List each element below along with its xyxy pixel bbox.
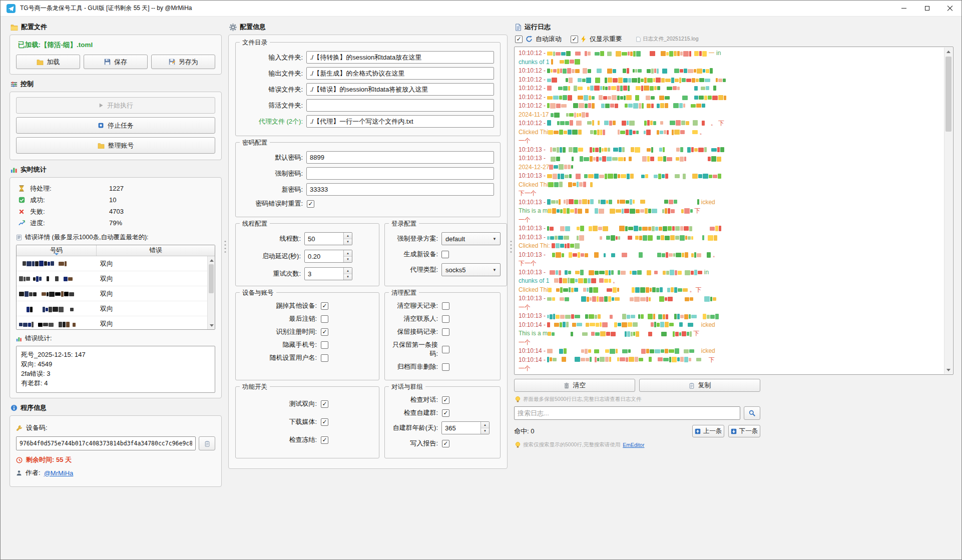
folder-icon — [37, 59, 44, 65]
checkbox[interactable] — [321, 315, 328, 323]
scroll-up-icon[interactable] — [208, 256, 215, 264]
column-header-error[interactable]: 错误 — [97, 245, 215, 256]
log-line: 10:10:12 - 。 下 — [519, 119, 941, 128]
thread-count-spinbox[interactable]: 50 ▲▼ — [304, 232, 352, 245]
scrollbar-thumb[interactable] — [945, 57, 951, 132]
checkbox[interactable] — [321, 302, 328, 310]
clear-log-button[interactable]: 清空 — [514, 379, 635, 392]
minimize-button[interactable] — [892, 1, 915, 16]
autoscroll-checkbox[interactable] — [515, 36, 523, 43]
checkbox[interactable] — [321, 418, 328, 426]
scroll-down-icon[interactable] — [208, 321, 215, 329]
login-scheme-select[interactable]: default ▼ — [441, 232, 501, 245]
config-info-box: 文件目录 输入文件夹:输出文件夹:错误文件夹:筛活文件夹:代理文件 (2个): … — [228, 35, 508, 469]
checkbox[interactable] — [442, 409, 449, 417]
new-device-checkbox[interactable] — [441, 251, 449, 258]
checkbox[interactable] — [321, 341, 328, 349]
text-input[interactable] — [306, 99, 494, 112]
table-scrollbar[interactable] — [207, 256, 215, 329]
search-button[interactable] — [744, 406, 760, 420]
spin-down-icon[interactable]: ▼ — [344, 274, 352, 280]
scroll-up-icon[interactable] — [944, 48, 952, 56]
spin-down-icon[interactable]: ▼ — [344, 239, 352, 245]
device-code-input[interactable] — [16, 436, 196, 450]
text-input[interactable] — [306, 151, 494, 164]
copy-log-button[interactable]: 复制 — [639, 379, 760, 392]
text-input[interactable] — [306, 167, 494, 180]
text-input[interactable] — [306, 83, 494, 96]
checkbox[interactable] — [442, 315, 449, 323]
prev-match-button[interactable]: 上一条 — [692, 425, 724, 437]
redacted-text — [547, 95, 726, 101]
error-detail-label: 错误详情 (最多显示1000条,自动覆盖最老的): — [16, 233, 215, 242]
log-scrollbar[interactable] — [944, 48, 952, 374]
error-table-body: 双向双向双向双向双向双向 — [17, 256, 207, 329]
control-header: 控制 — [11, 80, 221, 89]
start-button[interactable]: 开始执行 — [16, 97, 215, 114]
stop-button[interactable]: 停止任务 — [16, 117, 215, 134]
text-input[interactable] — [306, 51, 494, 64]
trend-icon — [17, 220, 26, 226]
checkbox[interactable] — [442, 302, 449, 310]
reset-on-error-checkbox[interactable] — [307, 200, 314, 208]
save-button[interactable]: 保存 — [84, 55, 148, 69]
emeditor-link[interactable]: EmEditor — [623, 442, 644, 448]
checkbox[interactable] — [321, 354, 328, 362]
important-only-checkbox[interactable] — [571, 36, 578, 43]
proxy-type-select[interactable]: socks5 ▼ — [441, 263, 501, 276]
scroll-down-icon[interactable] — [944, 366, 952, 374]
close-button[interactable] — [938, 1, 961, 16]
text-input[interactable] — [306, 183, 494, 196]
column-header-number[interactable]: 号码 — [17, 245, 97, 256]
copy-device-code-button[interactable] — [199, 436, 215, 450]
spin-down-icon[interactable]: ▼ — [344, 257, 352, 263]
table-row[interactable]: 双向 — [17, 286, 207, 301]
start-delay-spinbox[interactable]: 0.20 ▲▼ — [304, 250, 352, 263]
save-as-button[interactable]: 另存为 — [151, 55, 215, 69]
spin-up-icon[interactable]: ▲ — [344, 250, 352, 257]
checkbox-row: 测试双向: — [242, 399, 373, 408]
text-input[interactable] — [306, 67, 494, 80]
table-row[interactable]: 双向 — [17, 256, 207, 271]
log-search-input[interactable] — [514, 406, 740, 420]
checkbox[interactable] — [321, 400, 328, 408]
retry-count-spinbox[interactable]: 3 ▲▼ — [304, 267, 352, 280]
checkbox[interactable] — [321, 436, 328, 444]
fail-value: 4703 — [109, 208, 124, 215]
redacted-text — [547, 226, 721, 231]
write-report-checkbox[interactable] — [442, 440, 449, 447]
table-row[interactable]: 双向 — [17, 271, 207, 286]
error-table: 号码 错误 双向双向双向双向双向双向 — [16, 245, 215, 330]
error-table-header[interactable]: 号码 错误 — [17, 245, 215, 256]
spin-up-icon[interactable]: ▲ — [344, 268, 352, 274]
checkbox[interactable] — [442, 363, 449, 371]
spin-up-icon[interactable]: ▲ — [344, 233, 352, 239]
column-splitter[interactable] — [222, 20, 228, 560]
checkbox[interactable] — [321, 328, 328, 336]
program-info-header: 程序信息 — [11, 403, 221, 412]
load-button[interactable]: 加载 — [16, 55, 80, 69]
hourglass-icon — [17, 185, 26, 192]
field-label: 错误文件夹: — [242, 85, 303, 94]
scrollbar-thumb[interactable] — [209, 264, 214, 293]
author-link[interactable]: @MrMiHa — [44, 469, 74, 477]
logfile-link[interactable]: 日志文件_20251215.log — [636, 36, 699, 43]
table-row[interactable]: 双向 — [17, 316, 207, 329]
column-splitter[interactable] — [508, 20, 514, 560]
feature-checks: 测试双向:下载媒体:检查冻结: — [242, 395, 373, 444]
spin-up-icon[interactable]: ▲ — [481, 422, 489, 428]
checkbox[interactable] — [442, 346, 449, 353]
next-match-button[interactable]: 下一条 — [728, 425, 760, 437]
group-age-row: 自建群年龄(天): 365 ▲▼ — [391, 421, 494, 434]
maximize-button[interactable] — [915, 1, 938, 16]
group-age-spinbox[interactable]: 365 ▲▼ — [441, 421, 490, 434]
checkbox[interactable] — [442, 396, 449, 404]
log-area[interactable]: 10:10:12 - 一 inchunks of 1 10:10:12 - 10… — [514, 47, 953, 375]
text-input[interactable] — [306, 115, 494, 128]
organize-button[interactable]: 整理账号 — [16, 137, 215, 154]
table-row[interactable]: 双向 — [17, 301, 207, 316]
log-text: 下 — [707, 356, 714, 363]
spin-down-icon[interactable]: ▼ — [481, 428, 489, 434]
log-line: 10:10:13 - 。 — [519, 251, 941, 260]
checkbox[interactable] — [442, 328, 449, 336]
